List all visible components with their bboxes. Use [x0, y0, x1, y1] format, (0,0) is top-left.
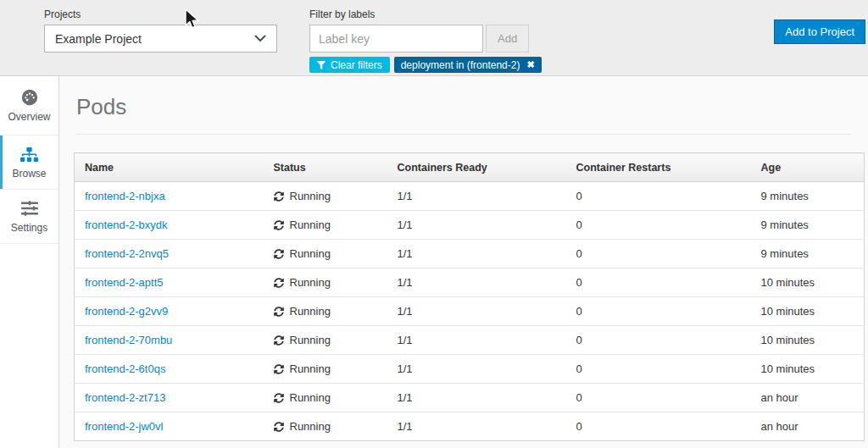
- status-label: Running: [290, 391, 331, 404]
- container-restarts-cell: 0: [566, 211, 751, 240]
- age-cell: 9 minutes: [751, 211, 865, 240]
- containers-ready-cell: 1/1: [387, 326, 566, 355]
- table-row: frontend-2-bxydk Running 1/1 0 9 minutes: [75, 211, 865, 240]
- status-label: Running: [290, 247, 331, 260]
- status-label: Running: [290, 305, 331, 318]
- pod-link[interactable]: frontend-2-bxydk: [85, 218, 168, 231]
- age-cell: 9 minutes: [751, 182, 865, 211]
- pod-link[interactable]: frontend-2-jw0vl: [85, 420, 164, 433]
- add-to-project-button[interactable]: Add to Project: [774, 19, 865, 44]
- pods-table-body: frontend-2-nbjxa Running 1/1 0 9 minutes…: [75, 182, 865, 441]
- pod-link[interactable]: frontend-2-zt713: [85, 391, 165, 404]
- pod-link[interactable]: frontend-2-6t0qs: [85, 362, 165, 375]
- table-header-row: Name Status Containers Ready Container R…: [75, 153, 865, 182]
- pod-link[interactable]: frontend-2-nbjxa: [85, 190, 165, 202]
- filter-chip-label: deployment in (frontend-2): [401, 59, 520, 71]
- age-cell: an hour: [751, 412, 865, 441]
- dashboard-icon: [20, 88, 39, 107]
- projects-label: Projects: [44, 8, 277, 20]
- pod-link[interactable]: frontend-2-70mbu: [85, 334, 172, 346]
- age-cell: 10 minutes: [751, 268, 865, 297]
- pod-link[interactable]: frontend-2-g2vv9: [85, 305, 168, 318]
- chip-remove-icon[interactable]: ✖: [526, 60, 534, 69]
- label-key-input[interactable]: [309, 25, 483, 53]
- status-cell: Running: [264, 240, 387, 268]
- refresh-icon: [274, 393, 284, 403]
- table-row: frontend-2-aptt5 Running 1/1 0 10 minute…: [75, 268, 865, 297]
- containers-ready-cell: 1/1: [387, 268, 566, 297]
- status-label: Running: [290, 334, 331, 346]
- project-select-value: Example Project: [55, 32, 142, 46]
- filter-by-labels-label: Filter by labels: [309, 8, 542, 20]
- table-row: frontend-2-zt713 Running 1/1 0 an hour: [75, 384, 865, 412]
- refresh-icon: [274, 307, 284, 317]
- status-cell: Running: [264, 326, 387, 355]
- containers-ready-cell: 1/1: [387, 355, 566, 384]
- status-cell: Running: [264, 182, 387, 211]
- status-label: Running: [290, 218, 331, 231]
- label-filter-group: Filter by labels Add Clear filters deplo…: [309, 8, 542, 73]
- sidebar-item-overview[interactable]: Overview: [0, 76, 58, 136]
- table-row: frontend-2-nbjxa Running 1/1 0 9 minutes: [75, 182, 865, 211]
- pod-link[interactable]: frontend-2-2nvq5: [85, 247, 169, 260]
- container-restarts-cell: 0: [566, 297, 751, 326]
- table-row: frontend-2-6t0qs Running 1/1 0 10 minute…: [75, 355, 865, 384]
- add-button[interactable]: Add: [486, 25, 529, 53]
- name-cell: frontend-2-6t0qs: [75, 355, 264, 384]
- status-label: Running: [290, 190, 331, 202]
- refresh-icon: [274, 220, 284, 230]
- name-cell: frontend-2-zt713: [75, 384, 264, 412]
- refresh-icon: [274, 335, 284, 346]
- container-restarts-cell: 0: [566, 182, 751, 211]
- status-label: Running: [290, 276, 331, 289]
- container-restarts-cell: 0: [566, 326, 751, 355]
- filter-icon: [317, 61, 326, 69]
- name-cell: frontend-2-70mbu: [75, 326, 264, 355]
- refresh-icon: [274, 249, 284, 259]
- refresh-icon: [274, 364, 284, 374]
- sliders-icon: [21, 199, 38, 218]
- containers-ready-cell: 1/1: [387, 240, 566, 268]
- pods-table: Name Status Containers Ready Container R…: [74, 152, 865, 441]
- age-cell: 9 minutes: [751, 240, 865, 268]
- name-cell: frontend-2-aptt5: [75, 268, 264, 297]
- clear-filters-button[interactable]: Clear filters: [309, 57, 390, 73]
- name-cell: frontend-2-bxydk: [75, 211, 264, 240]
- age-cell: 10 minutes: [751, 297, 865, 326]
- container-restarts-cell: 0: [566, 240, 751, 268]
- status-cell: Running: [264, 268, 387, 297]
- container-restarts-cell: 0: [566, 268, 751, 297]
- column-header-containers-ready: Containers Ready: [387, 153, 566, 182]
- table-row: frontend-2-70mbu Running 1/1 0 10 minute…: [75, 326, 865, 355]
- status-cell: Running: [264, 297, 387, 326]
- status-cell: Running: [264, 355, 387, 384]
- project-selector-group: Projects Example Project: [44, 8, 277, 53]
- status-label: Running: [290, 420, 331, 433]
- pod-link[interactable]: frontend-2-aptt5: [85, 276, 164, 289]
- refresh-icon: [274, 191, 284, 202]
- column-header-container-restarts: Container Restarts: [566, 153, 751, 182]
- status-label: Running: [290, 362, 331, 375]
- sidebar-item-browse[interactable]: Browse: [0, 136, 58, 190]
- active-filters-row: Clear filters deployment in (frontend-2)…: [309, 57, 542, 73]
- sidebar-item-label: Browse: [12, 168, 46, 180]
- containers-ready-cell: 1/1: [387, 211, 566, 240]
- sitemap-icon: [20, 145, 38, 163]
- containers-ready-cell: 1/1: [387, 412, 566, 441]
- status-cell: Running: [264, 384, 387, 412]
- sidebar-item-settings[interactable]: Settings: [0, 190, 58, 244]
- containers-ready-cell: 1/1: [387, 384, 566, 412]
- container-restarts-cell: 0: [566, 384, 751, 412]
- age-cell: an hour: [751, 384, 865, 412]
- project-select[interactable]: Example Project: [44, 25, 277, 53]
- filter-chip: deployment in (frontend-2) ✖: [394, 57, 542, 73]
- containers-ready-cell: 1/1: [387, 182, 566, 211]
- age-cell: 10 minutes: [751, 326, 865, 355]
- main-content: Pods Name Status Containers Ready Contai…: [59, 76, 868, 448]
- chevron-down-icon: [254, 35, 266, 42]
- containers-ready-cell: 1/1: [387, 297, 566, 326]
- age-cell: 10 minutes: [751, 355, 865, 384]
- title-divider: [75, 134, 851, 135]
- clear-filters-label: Clear filters: [331, 59, 382, 71]
- container-restarts-cell: 0: [566, 355, 751, 384]
